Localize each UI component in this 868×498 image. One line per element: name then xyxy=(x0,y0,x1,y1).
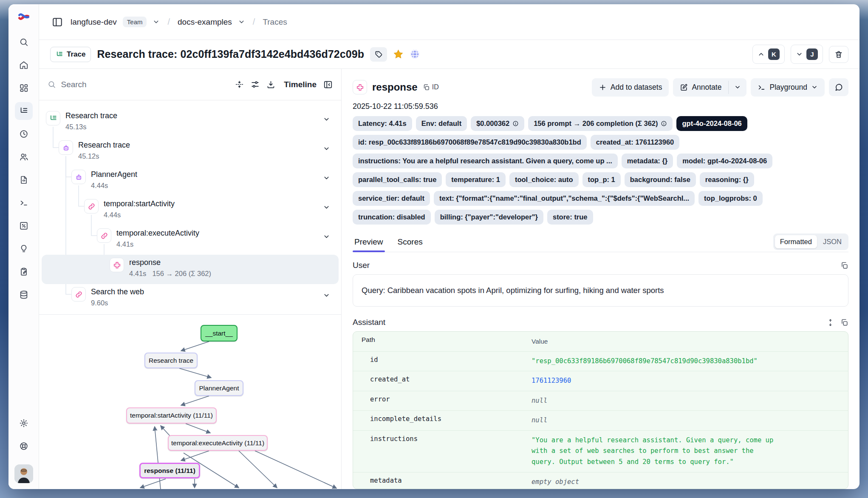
chevron-down-icon[interactable] xyxy=(323,197,330,213)
tokens-badge[interactable]: 156 prompt → 206 completion (Σ 362) xyxy=(528,116,673,131)
org-chevron-down-icon[interactable] xyxy=(153,18,160,26)
graph-node-start-activity[interactable]: temporal:startActivity (11/11) xyxy=(126,407,217,424)
tree-row[interactable]: PlannerAgent4.44s xyxy=(39,168,341,197)
table-row[interactable]: metadata empty object xyxy=(353,472,848,489)
app-window: langfuse-dev Team / docs-examples / Trac… xyxy=(8,4,860,489)
table-row[interactable]: error null xyxy=(353,391,848,411)
datasets-database-icon[interactable] xyxy=(15,286,33,304)
copy-icon[interactable] xyxy=(840,262,848,270)
tab-scores[interactable]: Scores xyxy=(396,232,424,252)
annotate-dropdown-button[interactable] xyxy=(729,78,746,97)
chevron-down-icon xyxy=(796,51,803,58)
sidebar xyxy=(8,4,39,489)
graph-node-planner-agent[interactable]: PlannerAgent xyxy=(195,380,243,396)
tracing-icon[interactable] xyxy=(15,102,33,120)
prev-observation-button[interactable]: K xyxy=(752,45,785,64)
generation-icon xyxy=(353,80,367,94)
trash-icon xyxy=(834,50,843,59)
chevron-down-icon[interactable] xyxy=(323,109,330,125)
playground-terminal-icon[interactable] xyxy=(15,194,33,212)
tree-row-selected[interactable]: response 4.41s156 → 206 (Σ 362) xyxy=(39,256,341,285)
shortcut-key-k: K xyxy=(768,48,780,60)
breadcrumb-org[interactable]: langfuse-dev xyxy=(71,17,117,27)
trace-tree-panel: Timeline xyxy=(39,69,342,489)
chevron-down-icon[interactable] xyxy=(323,168,330,183)
panel-collapse-icon[interactable] xyxy=(323,80,333,89)
chevron-down-icon[interactable] xyxy=(323,285,330,301)
bookmark-star-icon[interactable] xyxy=(393,49,404,60)
support-lifebuoy-icon[interactable] xyxy=(15,437,33,455)
expand-icon[interactable] xyxy=(826,319,834,327)
tree-row-duration: 4.44s xyxy=(91,182,137,190)
home-icon[interactable] xyxy=(15,56,33,74)
observation-detail-panel: response ID Add to datasets xyxy=(342,69,860,489)
trace-tree-icon xyxy=(56,51,63,58)
info-icon xyxy=(512,120,519,127)
param-badge: truncation: disabled xyxy=(353,210,431,225)
table-header-row: Path Value xyxy=(353,332,848,351)
tree-row[interactable]: temporal:startActivity4.44s xyxy=(39,197,341,226)
breadcrumb-section[interactable]: Traces xyxy=(263,17,287,27)
comments-button[interactable] xyxy=(829,78,848,96)
tree-row-tokens: 156 → 206 (Σ 362) xyxy=(152,270,211,278)
delete-trace-button[interactable] xyxy=(829,46,848,63)
tree-row-duration: 4.41s xyxy=(129,270,146,278)
sidebar-toggle-icon[interactable] xyxy=(50,15,65,29)
tree-row-label: Research trace xyxy=(65,111,117,121)
playground-button[interactable]: Playground xyxy=(751,78,825,97)
user-section-header: User xyxy=(353,261,848,270)
annotate-button[interactable]: Annotate xyxy=(673,78,728,97)
tree-row[interactable]: temporal:executeActivity4.41s xyxy=(39,226,341,256)
table-row[interactable]: created_at 1761123960 xyxy=(353,371,848,391)
toggle-formatted[interactable]: Formatted xyxy=(775,235,817,248)
toggle-json[interactable]: JSON xyxy=(818,235,847,248)
span-link-icon xyxy=(84,199,99,213)
tree-row[interactable]: Search the web9.60s xyxy=(39,285,341,314)
tree-settings-sliders-icon[interactable] xyxy=(251,80,260,89)
tag-icon[interactable] xyxy=(370,47,387,62)
sessions-clock-icon[interactable] xyxy=(15,125,33,143)
breadcrumb-project[interactable]: docs-examples xyxy=(178,17,232,27)
tree-row[interactable]: Research trace45.13s xyxy=(39,109,341,138)
public-globe-icon[interactable] xyxy=(410,49,420,60)
suggestions-lightbulb-icon[interactable] xyxy=(15,240,33,258)
observation-actions: Add to datasets Annotate xyxy=(592,78,848,97)
collapse-all-icon[interactable] xyxy=(235,80,244,89)
trace-type-label: Trace xyxy=(67,50,85,59)
table-row[interactable]: id "resp_00c633f89186b6970068f89e78547c8… xyxy=(353,351,848,371)
param-badge: id: resp_00c633f89186b6970068f89e78547c8… xyxy=(353,135,587,150)
download-icon[interactable] xyxy=(266,80,275,89)
chevron-down-icon[interactable] xyxy=(323,138,330,154)
graph-node-start[interactable]: __start__ xyxy=(201,325,237,341)
add-to-datasets-button[interactable]: Add to datasets xyxy=(592,78,669,97)
timeline-toggle[interactable]: Timeline xyxy=(284,80,317,89)
table-row[interactable]: instructions "You are a helpful research… xyxy=(353,430,848,472)
prompts-file-icon[interactable] xyxy=(15,171,33,189)
model-badge[interactable]: gpt-4o-2024-08-06 xyxy=(676,116,747,131)
graph-node-response[interactable]: response (11/11) xyxy=(139,463,200,478)
annotation-clipboard-icon[interactable] xyxy=(15,263,33,281)
search-input[interactable] xyxy=(61,80,228,89)
evaluation-percent-icon[interactable] xyxy=(15,217,33,235)
graph-node-research-trace[interactable]: Research trace xyxy=(144,353,198,368)
table-row[interactable]: incomplete_details null xyxy=(353,410,848,430)
tree-row-label: response xyxy=(129,258,211,267)
tab-preview[interactable]: Preview xyxy=(353,232,385,252)
copy-icon[interactable] xyxy=(840,319,848,327)
next-observation-button[interactable]: J xyxy=(791,45,823,64)
chevron-down-icon[interactable] xyxy=(323,226,330,242)
search-icon[interactable] xyxy=(15,33,33,51)
cost-badge[interactable]: $0.000362 xyxy=(471,116,524,131)
graph-node-execute-activity[interactable]: temporal:executeActivity (11/11) xyxy=(168,435,268,451)
param-badge: background: false xyxy=(625,172,696,187)
copy-id-button[interactable]: ID xyxy=(423,83,439,91)
settings-gear-icon[interactable] xyxy=(15,414,33,432)
tree-row[interactable]: Research trace45.12s xyxy=(39,138,341,168)
param-badge: billing: {"payer":"developer"} xyxy=(435,210,543,225)
pen-square-icon xyxy=(680,83,688,91)
users-icon[interactable] xyxy=(15,148,33,166)
user-avatar[interactable] xyxy=(14,464,33,483)
dashboard-icon[interactable] xyxy=(15,79,33,97)
search-icon xyxy=(48,80,56,89)
project-chevron-down-icon[interactable] xyxy=(238,18,245,26)
